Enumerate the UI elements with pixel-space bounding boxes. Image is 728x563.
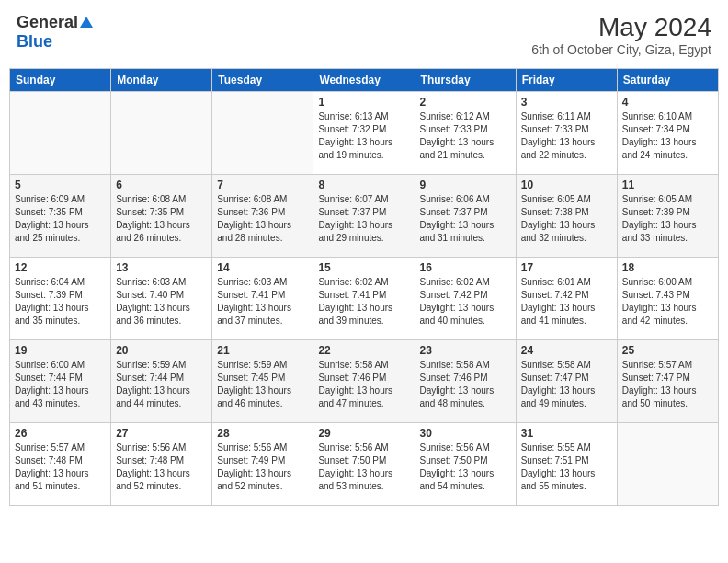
calendar-cell: 15Sunrise: 6:02 AMSunset: 7:41 PMDayligh… — [313, 258, 415, 340]
page-header: General Blue May 2024 6th of October Cit… — [9, 9, 719, 61]
day-info: Sunrise: 6:09 AMSunset: 7:35 PMDaylight:… — [15, 193, 106, 245]
calendar-cell: 3Sunrise: 6:11 AMSunset: 7:33 PMDaylight… — [516, 92, 617, 175]
calendar-cell: 9Sunrise: 6:06 AMSunset: 7:37 PMDaylight… — [415, 175, 516, 258]
day-info: Sunrise: 6:00 AMSunset: 7:43 PMDaylight:… — [622, 276, 713, 327]
day-info: Sunrise: 5:57 AMSunset: 7:47 PMDaylight:… — [622, 359, 713, 410]
day-info: Sunrise: 5:58 AMSunset: 7:47 PMDaylight:… — [521, 359, 612, 410]
calendar-cell: 12Sunrise: 6:04 AMSunset: 7:39 PMDayligh… — [10, 258, 111, 340]
day-number: 6 — [116, 178, 207, 191]
day-info: Sunrise: 6:04 AMSunset: 7:39 PMDaylight:… — [15, 276, 106, 327]
day-number: 11 — [622, 178, 713, 191]
logo-general-text: General — [17, 13, 78, 32]
weekday-header: Tuesday — [212, 69, 313, 92]
calendar-week-row: 1Sunrise: 6:13 AMSunset: 7:32 PMDaylight… — [10, 92, 719, 175]
calendar-cell: 5Sunrise: 6:09 AMSunset: 7:35 PMDaylight… — [10, 175, 111, 258]
calendar-cell — [111, 92, 212, 175]
weekday-header: Thursday — [415, 69, 516, 92]
day-number: 5 — [15, 178, 106, 191]
day-number: 1 — [318, 96, 409, 109]
day-info: Sunrise: 6:02 AMSunset: 7:41 PMDaylight:… — [318, 276, 409, 327]
day-info: Sunrise: 5:56 AMSunset: 7:49 PMDaylight:… — [217, 442, 308, 493]
day-info: Sunrise: 6:11 AMSunset: 7:33 PMDaylight:… — [521, 110, 612, 162]
calendar-cell: 30Sunrise: 5:56 AMSunset: 7:50 PMDayligh… — [415, 423, 516, 506]
calendar-cell — [10, 92, 111, 175]
day-number: 19 — [15, 344, 106, 357]
day-info: Sunrise: 6:03 AMSunset: 7:40 PMDaylight:… — [116, 276, 207, 327]
day-info: Sunrise: 6:00 AMSunset: 7:44 PMDaylight:… — [15, 359, 106, 410]
calendar-cell: 27Sunrise: 5:56 AMSunset: 7:48 PMDayligh… — [111, 423, 212, 506]
day-number: 22 — [318, 344, 409, 357]
day-number: 3 — [521, 96, 612, 109]
title-section: May 2024 6th of October City, Giza, Egyp… — [531, 13, 711, 57]
calendar-cell: 13Sunrise: 6:03 AMSunset: 7:40 PMDayligh… — [111, 258, 212, 340]
calendar-cell: 17Sunrise: 6:01 AMSunset: 7:42 PMDayligh… — [516, 258, 617, 340]
calendar-week-row: 26Sunrise: 5:57 AMSunset: 7:48 PMDayligh… — [10, 423, 719, 506]
calendar-cell — [617, 423, 718, 506]
calendar-cell: 31Sunrise: 5:55 AMSunset: 7:51 PMDayligh… — [516, 423, 617, 506]
day-info: Sunrise: 6:07 AMSunset: 7:37 PMDaylight:… — [318, 193, 409, 245]
calendar-cell: 4Sunrise: 6:10 AMSunset: 7:34 PMDaylight… — [617, 92, 718, 175]
day-number: 17 — [521, 261, 612, 274]
day-info: Sunrise: 6:03 AMSunset: 7:41 PMDaylight:… — [217, 276, 308, 327]
calendar-cell: 22Sunrise: 5:58 AMSunset: 7:46 PMDayligh… — [313, 340, 415, 423]
day-number: 26 — [15, 427, 106, 440]
logo-icon — [78, 15, 95, 31]
svg-marker-0 — [80, 17, 93, 28]
location-subtitle: 6th of October City, Giza, Egypt — [531, 42, 711, 57]
weekday-header-row: SundayMondayTuesdayWednesdayThursdayFrid… — [10, 69, 719, 92]
day-info: Sunrise: 6:12 AMSunset: 7:33 PMDaylight:… — [420, 110, 511, 162]
day-number: 27 — [116, 427, 207, 440]
day-number: 14 — [217, 261, 308, 274]
calendar-cell: 26Sunrise: 5:57 AMSunset: 7:48 PMDayligh… — [10, 423, 111, 506]
calendar-cell: 29Sunrise: 5:56 AMSunset: 7:50 PMDayligh… — [313, 423, 415, 506]
calendar-cell: 7Sunrise: 6:08 AMSunset: 7:36 PMDaylight… — [212, 175, 313, 258]
day-number: 24 — [521, 344, 612, 357]
day-info: Sunrise: 6:06 AMSunset: 7:37 PMDaylight:… — [420, 193, 511, 245]
day-info: Sunrise: 6:10 AMSunset: 7:34 PMDaylight:… — [622, 110, 713, 162]
day-number: 25 — [622, 344, 713, 357]
day-info: Sunrise: 5:55 AMSunset: 7:51 PMDaylight:… — [521, 442, 612, 493]
day-number: 12 — [15, 261, 106, 274]
day-info: Sunrise: 6:08 AMSunset: 7:36 PMDaylight:… — [217, 193, 308, 245]
day-info: Sunrise: 5:59 AMSunset: 7:45 PMDaylight:… — [217, 359, 308, 410]
calendar-cell: 1Sunrise: 6:13 AMSunset: 7:32 PMDaylight… — [313, 92, 415, 175]
day-number: 31 — [521, 427, 612, 440]
calendar-cell: 24Sunrise: 5:58 AMSunset: 7:47 PMDayligh… — [516, 340, 617, 423]
calendar-cell: 2Sunrise: 6:12 AMSunset: 7:33 PMDaylight… — [415, 92, 516, 175]
logo: General Blue — [17, 13, 95, 52]
day-info: Sunrise: 6:05 AMSunset: 7:39 PMDaylight:… — [622, 193, 713, 245]
day-info: Sunrise: 5:58 AMSunset: 7:46 PMDaylight:… — [318, 359, 409, 410]
day-info: Sunrise: 5:56 AMSunset: 7:50 PMDaylight:… — [318, 442, 409, 493]
day-info: Sunrise: 5:58 AMSunset: 7:46 PMDaylight:… — [420, 359, 511, 410]
day-info: Sunrise: 6:02 AMSunset: 7:42 PMDaylight:… — [420, 276, 511, 327]
calendar-cell: 21Sunrise: 5:59 AMSunset: 7:45 PMDayligh… — [212, 340, 313, 423]
day-info: Sunrise: 5:56 AMSunset: 7:50 PMDaylight:… — [420, 442, 511, 493]
day-number: 4 — [622, 96, 713, 109]
day-number: 20 — [116, 344, 207, 357]
day-number: 29 — [318, 427, 409, 440]
day-info: Sunrise: 6:01 AMSunset: 7:42 PMDaylight:… — [521, 276, 612, 327]
day-info: Sunrise: 6:13 AMSunset: 7:32 PMDaylight:… — [318, 110, 409, 162]
calendar-cell: 8Sunrise: 6:07 AMSunset: 7:37 PMDaylight… — [313, 175, 415, 258]
day-number: 16 — [420, 261, 511, 274]
month-year-title: May 2024 — [531, 13, 711, 42]
weekday-header: Sunday — [10, 69, 111, 92]
calendar-cell: 14Sunrise: 6:03 AMSunset: 7:41 PMDayligh… — [212, 258, 313, 340]
day-number: 7 — [217, 178, 308, 191]
calendar-cell: 10Sunrise: 6:05 AMSunset: 7:38 PMDayligh… — [516, 175, 617, 258]
day-number: 2 — [420, 96, 511, 109]
calendar-cell: 25Sunrise: 5:57 AMSunset: 7:47 PMDayligh… — [617, 340, 718, 423]
day-number: 23 — [420, 344, 511, 357]
logo-blue-text: Blue — [17, 32, 52, 51]
day-info: Sunrise: 6:08 AMSunset: 7:35 PMDaylight:… — [116, 193, 207, 245]
calendar-cell: 23Sunrise: 5:58 AMSunset: 7:46 PMDayligh… — [415, 340, 516, 423]
calendar-cell: 11Sunrise: 6:05 AMSunset: 7:39 PMDayligh… — [617, 175, 718, 258]
weekday-header: Monday — [111, 69, 212, 92]
day-number: 15 — [318, 261, 409, 274]
calendar-cell — [212, 92, 313, 175]
calendar-week-row: 12Sunrise: 6:04 AMSunset: 7:39 PMDayligh… — [10, 258, 719, 340]
day-info: Sunrise: 5:57 AMSunset: 7:48 PMDaylight:… — [15, 442, 106, 493]
day-number: 8 — [318, 178, 409, 191]
day-number: 18 — [622, 261, 713, 274]
calendar-cell: 6Sunrise: 6:08 AMSunset: 7:35 PMDaylight… — [111, 175, 212, 258]
